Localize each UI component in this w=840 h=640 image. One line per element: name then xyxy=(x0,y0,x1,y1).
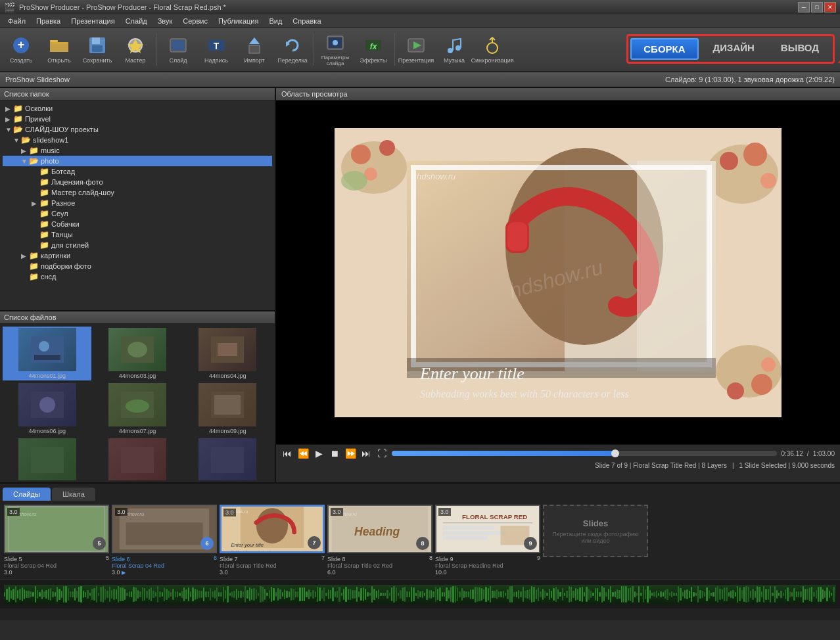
time-display: 0:36.12 xyxy=(781,450,803,457)
music-label: Музыка xyxy=(444,57,465,64)
stop-button[interactable]: ⏹ xyxy=(329,447,340,459)
next-button[interactable]: ⏩ xyxy=(344,447,356,459)
folder-tree[interactable]: ▶ 📁 Осколки ▶ 📁 Прикvel ▼ 📂 СЛАЙД-ШОУ пр… xyxy=(0,101,275,308)
slide-thumb-7[interactable]: hdshow.ru Enter your title Subheading wo… xyxy=(220,505,325,576)
slide-thumb-5[interactable]: hdshow.ru 3.0 5 Slide 5 5 Floral Scrap 0… xyxy=(4,505,109,576)
fullscreen-button[interactable]: ⛶ xyxy=(376,447,388,459)
menu-slide[interactable]: Слайд xyxy=(120,16,152,26)
mode-design-button[interactable]: ДИЗАЙН xyxy=(701,38,766,60)
file-thumb-6[interactable]: 44mons09.jpg xyxy=(183,382,272,436)
tab-slides[interactable]: Слайды xyxy=(3,488,51,501)
tree-item-dogs[interactable]: 📁 Собачки xyxy=(3,219,272,229)
skip-end-button[interactable]: ⏭ xyxy=(360,447,372,459)
sync-button[interactable]: Синхронизация xyxy=(474,30,511,69)
svg-point-23 xyxy=(455,45,461,51)
tree-item-seoul[interactable]: 📁 Сеул xyxy=(3,208,272,219)
open-button[interactable]: Открыть xyxy=(41,30,78,69)
presentation-button[interactable]: Презентация xyxy=(398,30,434,69)
tree-item-master[interactable]: 📁 Мастер слайд-шоу xyxy=(3,187,272,198)
restore-button[interactable]: □ xyxy=(811,2,823,12)
prev-button[interactable]: ⏪ xyxy=(297,447,309,459)
slide-num-label-5: 5 xyxy=(106,555,109,562)
file-thumb-8[interactable]: ... xyxy=(93,437,181,480)
slides-dropzone[interactable]: Slides Перетащите сюда фотографию или ви… xyxy=(543,505,648,557)
mode-sborka-button[interactable]: СБОРКА xyxy=(630,38,698,60)
slide-thumb-9[interactable]: FLORAL SCRAP RED 3.0 9 Slide 9 9 Floral … xyxy=(435,505,540,576)
file-thumb-5[interactable]: 44mons07.jpg xyxy=(93,382,181,436)
file-thumb-3[interactable]: 44mons04.jpg xyxy=(183,327,272,380)
mode-vyvod-button[interactable]: ВЫВОД xyxy=(769,38,831,60)
music-button[interactable]: Музыка xyxy=(436,30,473,69)
create-icon: + xyxy=(11,35,32,56)
master-icon xyxy=(125,35,146,56)
close-button[interactable]: ✕ xyxy=(824,2,836,12)
tree-item-botsad[interactable]: 📁 Ботсад xyxy=(3,166,272,177)
progress-bar[interactable] xyxy=(392,451,777,456)
svg-point-31 xyxy=(128,342,147,357)
tree-item-oskolki[interactable]: ▶ 📁 Осколки xyxy=(3,103,272,114)
import-button[interactable]: Импорт xyxy=(236,30,273,69)
tree-item-license[interactable]: 📁 Лицензия-фото xyxy=(3,177,272,187)
menu-file[interactable]: Файл xyxy=(3,16,31,26)
effects-button[interactable]: fx Эффекты xyxy=(355,30,392,69)
tree-item-prikvel[interactable]: ▶ 📁 Прикvel xyxy=(3,114,272,124)
retake-button[interactable]: Переделка xyxy=(274,30,311,69)
caption-button[interactable]: T Надпись xyxy=(198,30,235,69)
folder-icon: 📁 xyxy=(39,177,49,187)
expander[interactable]: ▶ xyxy=(21,252,29,260)
progress-handle[interactable] xyxy=(611,449,619,457)
effects-icon: fx xyxy=(363,35,384,56)
expander[interactable]: ▼ xyxy=(5,126,13,133)
save-button[interactable]: Сохранить xyxy=(79,30,116,69)
slide-duration-6: 3.0 xyxy=(115,508,128,516)
expander[interactable]: ▶ xyxy=(5,105,13,112)
tree-item-styles[interactable]: 📁 для стилей xyxy=(3,240,272,250)
effects-label: Эффекты xyxy=(360,57,387,64)
create-button[interactable]: + Создать xyxy=(3,30,39,69)
expander[interactable]: ▼ xyxy=(13,137,21,144)
menu-help[interactable]: Справка xyxy=(287,16,326,26)
tree-item-photo[interactable]: ▼ 📂 photo xyxy=(3,156,272,166)
tree-item-slideshow-projects[interactable]: ▼ 📂 СЛАЙД-ШОУ проекты xyxy=(3,124,272,135)
tree-item-kartinki[interactable]: ▶ 📁 картинки xyxy=(3,250,272,261)
file-thumb-9[interactable]: ... xyxy=(183,437,272,480)
slide-params-button[interactable]: Параметры слайда xyxy=(317,30,354,69)
tree-item-music[interactable]: ▶ 📁 music xyxy=(3,145,272,156)
menu-publish[interactable]: Публикация xyxy=(213,16,264,26)
svg-rect-42 xyxy=(211,447,244,473)
file-thumb-7[interactable]: ... xyxy=(3,437,91,480)
slide-label-7: Slide 7 xyxy=(220,556,321,562)
tree-item-dances[interactable]: 📁 Танцы xyxy=(3,229,272,240)
slide-number-7: 7 xyxy=(308,536,321,549)
tree-item-slideshow1[interactable]: ▼ 📂 slideshow1 xyxy=(3,135,272,145)
tree-item-raznoe[interactable]: ▶ 📁 Разное xyxy=(3,198,272,208)
expander[interactable]: ▶ xyxy=(32,200,39,207)
expander[interactable]: ▼ xyxy=(21,158,29,165)
slide-thumb-6[interactable]: hdshow.ru 3.0 6 Slide 6 6 Floral Scrap 0… xyxy=(112,505,217,576)
expander[interactable]: ▶ xyxy=(21,147,29,154)
minimize-button[interactable]: ─ xyxy=(798,2,810,12)
skip-start-button[interactable]: ⏮ xyxy=(281,447,293,459)
file-thumb-2[interactable]: 44mons03.jpg xyxy=(93,327,181,380)
slide-number-9: 9 xyxy=(524,537,537,550)
tree-item-photo-collections[interactable]: 📁 подборки фото xyxy=(3,261,272,271)
slide-button[interactable]: Слайд xyxy=(160,30,197,69)
slide-number-8: 8 xyxy=(416,537,429,550)
menu-service[interactable]: Сервис xyxy=(177,16,213,26)
menu-presentation[interactable]: Презентация xyxy=(66,16,120,26)
slide-duration-7: 3.0 xyxy=(223,509,236,516)
tree-item-snsd[interactable]: 📁 снсд xyxy=(3,271,272,282)
master-button[interactable]: Мастер xyxy=(117,30,154,69)
menu-view[interactable]: Вид xyxy=(264,16,287,26)
slide-info-text2: 1 Slide Selected | 9.000 seconds xyxy=(739,462,835,469)
slide-info: Slide 7 of 9 | Floral Scrap Title Red | … xyxy=(276,462,840,472)
menu-edit[interactable]: Правка xyxy=(31,16,66,26)
slide-thumb-8[interactable]: hdshow.ru Heading 3.0 8 Slide 8 8 Floral… xyxy=(327,505,432,576)
file-thumb-1[interactable]: 44mons01.jpg xyxy=(3,327,91,380)
expander[interactable]: ▶ xyxy=(5,116,13,123)
file-thumb-4[interactable]: 44mons06.jpg xyxy=(3,382,91,436)
play-button[interactable]: ▶ xyxy=(313,447,325,459)
folder-icon: 📁 xyxy=(39,198,49,208)
tab-scale[interactable]: Шкала xyxy=(52,488,95,501)
menu-sound[interactable]: Звук xyxy=(152,16,178,26)
